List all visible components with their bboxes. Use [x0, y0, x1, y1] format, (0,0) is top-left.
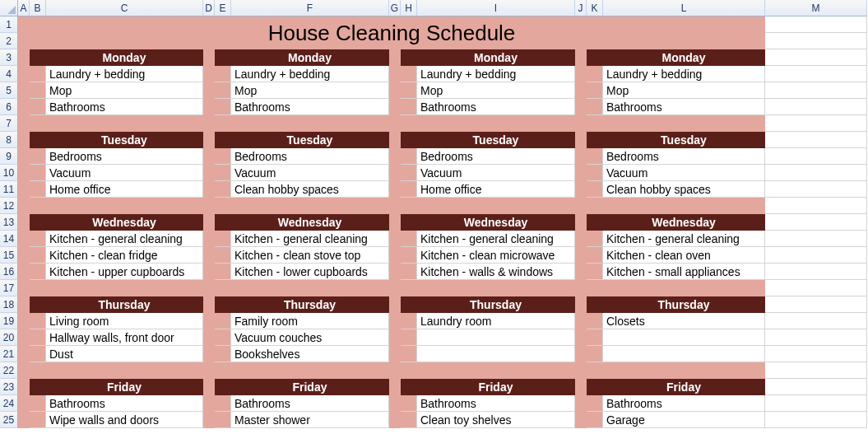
task-cell-2-2-0[interactable]: Kitchen - general cleaning — [417, 231, 575, 247]
row-header-25[interactable]: 25 — [0, 412, 18, 428]
cell-M16[interactable] — [765, 264, 867, 280]
task-checkbox-1-2-1[interactable] — [215, 247, 231, 264]
task-checkbox-0-2-1[interactable] — [30, 247, 46, 264]
task-cell-0-0-1[interactable]: Mop — [46, 82, 203, 99]
task-cell-2-1-0[interactable]: Bedrooms — [417, 148, 575, 165]
row-header-11[interactable]: 11 — [0, 181, 18, 198]
col-header-E[interactable]: E — [215, 0, 231, 16]
row-header-19[interactable]: 19 — [0, 313, 18, 329]
task-checkbox-0-3-1[interactable] — [30, 329, 46, 346]
task-cell-2-2-1[interactable]: Kitchen - clean microwave — [417, 247, 575, 264]
row-header-17[interactable]: 17 — [0, 280, 18, 296]
task-cell-3-0-2[interactable]: Bathrooms — [603, 99, 765, 115]
task-cell-1-1-0[interactable]: Bedrooms — [231, 148, 389, 165]
task-checkbox-0-0-2[interactable] — [30, 99, 46, 115]
cell-M4[interactable] — [765, 66, 867, 82]
task-cell-1-1-2[interactable]: Clean hobby spaces — [231, 181, 389, 198]
col-header-L[interactable]: L — [603, 0, 765, 16]
task-cell-3-2-2[interactable]: Kitchen - small appliances — [603, 264, 765, 280]
task-cell-3-2-1[interactable]: Kitchen - clean oven — [603, 247, 765, 264]
cell-M9[interactable] — [765, 148, 867, 165]
task-checkbox-0-0-1[interactable] — [30, 82, 46, 99]
task-checkbox-1-4-1[interactable] — [215, 412, 231, 428]
task-checkbox-2-1-1[interactable] — [401, 165, 417, 181]
task-cell-0-3-2[interactable]: Dust — [46, 346, 203, 362]
task-cell-3-3-1[interactable] — [603, 329, 765, 346]
task-checkbox-1-3-2[interactable] — [215, 346, 231, 362]
task-cell-0-0-0[interactable]: Laundry + bedding — [46, 66, 203, 82]
task-checkbox-3-1-1[interactable] — [587, 165, 603, 181]
col-header-G[interactable]: G — [389, 0, 401, 16]
task-checkbox-0-4-0[interactable] — [30, 395, 46, 412]
row-header-10[interactable]: 10 — [0, 165, 18, 181]
task-checkbox-3-0-0[interactable] — [587, 66, 603, 82]
task-cell-0-2-2[interactable]: Kitchen - upper cupboards — [46, 264, 203, 280]
task-checkbox-1-3-1[interactable] — [215, 329, 231, 346]
task-cell-1-3-0[interactable]: Family room — [231, 313, 389, 329]
row-header-20[interactable]: 20 — [0, 329, 18, 346]
task-cell-3-3-2[interactable] — [603, 346, 765, 362]
cell-M10[interactable] — [765, 165, 867, 181]
task-checkbox-3-2-0[interactable] — [587, 231, 603, 247]
task-checkbox-3-0-1[interactable] — [587, 82, 603, 99]
cell-M21[interactable] — [765, 346, 867, 362]
task-cell-3-1-1[interactable]: Vacuum — [603, 165, 765, 181]
col-header-K[interactable]: K — [587, 0, 603, 16]
task-checkbox-1-1-0[interactable] — [215, 148, 231, 165]
task-cell-0-1-1[interactable]: Vacuum — [46, 165, 203, 181]
task-checkbox-1-4-0[interactable] — [215, 395, 231, 412]
task-cell-0-1-2[interactable]: Home office — [46, 181, 203, 198]
row-header-14[interactable]: 14 — [0, 231, 18, 247]
task-cell-1-4-0[interactable]: Bathrooms — [231, 395, 389, 412]
cell-M1[interactable] — [765, 16, 867, 33]
task-checkbox-2-2-2[interactable] — [401, 264, 417, 280]
task-cell-2-2-2[interactable]: Kitchen - walls & windows — [417, 264, 575, 280]
task-cell-3-0-0[interactable]: Laundry + bedding — [603, 66, 765, 82]
cell-M8[interactable] — [765, 132, 867, 148]
cell-M14[interactable] — [765, 231, 867, 247]
cell-M20[interactable] — [765, 329, 867, 346]
row-header-3[interactable]: 3 — [0, 49, 18, 66]
cell-M25[interactable] — [765, 412, 867, 428]
task-cell-3-4-0[interactable]: Bathrooms — [603, 395, 765, 412]
col-header-M[interactable]: M — [765, 0, 867, 16]
task-cell-2-0-2[interactable]: Bathrooms — [417, 99, 575, 115]
row-header-8[interactable]: 8 — [0, 132, 18, 148]
row-header-16[interactable]: 16 — [0, 264, 18, 280]
task-cell-3-4-1[interactable]: Garage — [603, 412, 765, 428]
cell-M19[interactable] — [765, 313, 867, 329]
task-cell-2-1-1[interactable]: Vacuum — [417, 165, 575, 181]
task-checkbox-2-0-1[interactable] — [401, 82, 417, 99]
task-checkbox-2-1-0[interactable] — [401, 148, 417, 165]
task-checkbox-0-0-0[interactable] — [30, 66, 46, 82]
task-cell-2-3-2[interactable] — [417, 346, 575, 362]
task-cell-1-4-1[interactable]: Master shower — [231, 412, 389, 428]
task-cell-2-4-0[interactable]: Bathrooms — [417, 395, 575, 412]
row-header-22[interactable]: 22 — [0, 362, 18, 379]
cell-M5[interactable] — [765, 82, 867, 99]
row-header-23[interactable]: 23 — [0, 379, 18, 395]
task-cell-1-0-1[interactable]: Mop — [231, 82, 389, 99]
task-checkbox-2-2-1[interactable] — [401, 247, 417, 264]
cell-M23[interactable] — [765, 379, 867, 395]
task-checkbox-3-4-0[interactable] — [587, 395, 603, 412]
task-cell-2-4-1[interactable]: Clean toy shelves — [417, 412, 575, 428]
task-checkbox-3-1-2[interactable] — [587, 181, 603, 198]
cell-M12[interactable] — [765, 198, 867, 214]
task-cell-2-0-1[interactable]: Mop — [417, 82, 575, 99]
task-checkbox-3-3-0[interactable] — [587, 313, 603, 329]
task-cell-2-3-0[interactable]: Laundry room — [417, 313, 575, 329]
cell-M13[interactable] — [765, 214, 867, 231]
cell-M6[interactable] — [765, 99, 867, 115]
task-checkbox-0-1-2[interactable] — [30, 181, 46, 198]
task-cell-3-2-0[interactable]: Kitchen - general cleaning — [603, 231, 765, 247]
task-cell-1-2-1[interactable]: Kitchen - clean stove top — [231, 247, 389, 264]
task-checkbox-0-1-0[interactable] — [30, 148, 46, 165]
row-header-24[interactable]: 24 — [0, 395, 18, 412]
task-checkbox-2-1-2[interactable] — [401, 181, 417, 198]
col-header-H[interactable]: H — [401, 0, 417, 16]
col-header-C[interactable]: C — [46, 0, 203, 16]
task-checkbox-3-2-2[interactable] — [587, 264, 603, 280]
task-checkbox-3-1-0[interactable] — [587, 148, 603, 165]
task-cell-0-0-2[interactable]: Bathrooms — [46, 99, 203, 115]
